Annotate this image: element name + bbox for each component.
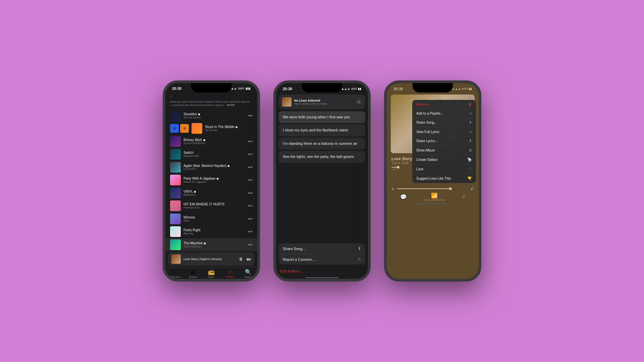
- tab-radio[interactable]: 📻 Radio: [202, 269, 221, 278]
- song-more-hit[interactable]: •••: [248, 203, 253, 208]
- song-thumb-sensitive: [170, 110, 181, 121]
- song-more-winona[interactable]: •••: [248, 216, 253, 222]
- song-thumb-again: [170, 162, 181, 173]
- lyric-line-3[interactable]: I'm standing there on a balcony in summe…: [279, 138, 365, 149]
- lyric-line-2[interactable]: I close my eyes and the flashback starts: [279, 124, 365, 136]
- share-song-icon-3: ⬆: [469, 120, 472, 125]
- share-song-action[interactable]: Share Song... ⬆: [279, 243, 365, 254]
- song-more-britney[interactable]: •••: [248, 139, 253, 144]
- volume-thumb: [449, 187, 452, 190]
- radio-icon: 📻: [208, 269, 215, 275]
- view-lyrics-icon: ≡: [470, 130, 472, 134]
- status-time-3: 20:30: [393, 87, 403, 91]
- song-row-machine[interactable]: The Machine ■ Oliver Malcolm •••: [165, 238, 257, 251]
- phone-lyrics: 20:30 ▲▲▲ WiFi ▮▮ No Lines Selected Tap …: [273, 80, 371, 282]
- song-more-feels[interactable]: •••: [248, 229, 253, 234]
- song-more-party[interactable]: •••: [248, 177, 253, 183]
- status-time-2: 20:30: [283, 87, 292, 91]
- context-view-lyrics[interactable]: View Full Lyrics ≡: [412, 127, 476, 136]
- notch: [191, 83, 231, 93]
- progress-thumb: [397, 166, 399, 169]
- airplay-button[interactable]: 📶 Filipe's AirPods Max: [424, 192, 445, 201]
- context-show-album[interactable]: Show Album ⊞: [412, 146, 476, 155]
- volume-bar-container: 🔈 🔊: [387, 186, 479, 191]
- tab-browse[interactable]: ⊞ Browse: [184, 269, 202, 278]
- list-icon-blue[interactable]: ≡: [170, 124, 179, 133]
- home-indicator-2: [305, 277, 339, 278]
- bottom-controls: 💬 📶 Filipe's AirPods Max ≡: [387, 191, 479, 202]
- song-row-sensitive[interactable]: Sensitive ■ Serena Isioma •••: [165, 109, 257, 122]
- lyrics-actions: Share Song... ⬆ Report a Concern... ⚠: [279, 243, 365, 264]
- volume-track[interactable]: [397, 188, 468, 189]
- show-album-icon: ⊞: [469, 148, 472, 153]
- lyrics-button[interactable]: 💬: [400, 194, 407, 200]
- mini-player[interactable]: Love Story (Taylor's Version) ⏸ ⏭: [168, 252, 255, 266]
- lyrics-header-thumb: [282, 97, 291, 107]
- context-add-playlist[interactable]: Add to a Playlist... ≡: [412, 109, 476, 118]
- song-thumb-switch: [170, 149, 181, 160]
- queue-icons: ≡ ≡: [170, 124, 189, 133]
- library-header: ‹ Have you ever scanned your Shazam hist…: [165, 93, 257, 109]
- mini-pause-button[interactable]: ⏸: [238, 256, 243, 262]
- edit-actions-button[interactable]: Edit Actions...: [276, 266, 368, 276]
- context-create-station[interactable]: Create Station 📡: [412, 155, 476, 165]
- song-thumb-stuck: [192, 123, 202, 134]
- library-description: Have you ever scanned your Shazam histor…: [170, 100, 253, 107]
- tab-bar: ▷ Listen Now ⊞ Browse 📻 Radio ♪ Library …: [165, 267, 257, 279]
- queue-button[interactable]: ≡: [462, 194, 465, 200]
- song-row-switch[interactable]: Switch Masked Wolf •••: [165, 148, 257, 161]
- report-action[interactable]: Report a Concern... ⚠: [279, 254, 365, 264]
- library-back-button[interactable]: ‹: [170, 94, 253, 99]
- tab-listen-now[interactable]: ▷ Listen Now: [165, 269, 184, 278]
- tab-search[interactable]: 🔍 Search: [239, 269, 257, 278]
- song-row-vinyl[interactable]: VINYL ■ BERWYN •••: [165, 187, 257, 199]
- context-share-song[interactable]: Share Song... ⬆: [412, 118, 476, 127]
- status-icons-3: ▲▲▲ WiFi ▮▮: [452, 87, 472, 90]
- tab-library[interactable]: ♪ Library: [220, 269, 239, 278]
- lyrics-button-icon: 💬: [400, 194, 407, 200]
- lyric-line-1[interactable]: We were both young when I first saw you: [279, 111, 365, 123]
- lyrics-no-lines-title: No Lines Selected: [294, 99, 353, 102]
- lyrics-lines: We were both young when I first saw you …: [276, 111, 368, 241]
- song-more-sensitive[interactable]: •••: [248, 113, 253, 118]
- mini-next-button[interactable]: ⏭: [247, 256, 251, 262]
- context-share-lyrics[interactable]: Share Lyrics... ⬆: [412, 136, 476, 146]
- song-row-britney[interactable]: Britney Bitch ■ BLACKSTARKIDS •••: [165, 135, 257, 148]
- song-row-winona[interactable]: Winona Miloe •••: [165, 213, 257, 225]
- song-more-again[interactable]: •••: [248, 165, 253, 170]
- listen-now-icon: ▷: [172, 269, 176, 275]
- more-button[interactable]: MORE: [227, 104, 235, 107]
- song-row-feels[interactable]: Feels Right Biig Piig •••: [165, 225, 257, 238]
- remove-icon: 🗑: [468, 102, 472, 106]
- song-row-party[interactable]: Party With A Jagaban ■ Midas the Jagaban…: [165, 174, 257, 186]
- love-icon: ♡: [469, 167, 472, 171]
- status-time-1: 20:30: [172, 86, 181, 90]
- lyric-line-4[interactable]: See the lights, see the party, the ball …: [279, 151, 365, 163]
- song-thumb-machine: [170, 239, 181, 250]
- song-row-stuck[interactable]: ≡ ≡ Stuck In The Middle ■ Tai Verdes: [165, 122, 257, 135]
- browse-icon: ⊞: [191, 269, 195, 275]
- mini-player-title: Love Story (Taylor's Version): [183, 257, 236, 261]
- song-info-sensitive: Sensitive ■ Serena Isioma: [183, 112, 245, 119]
- share-lyrics-icon: ⬆: [469, 139, 472, 143]
- context-menu: Remove... 🗑 Add to a Playlist... ≡ Share…: [412, 100, 476, 183]
- mini-player-thumb: [171, 254, 181, 264]
- volume-low-icon: 🔈: [391, 187, 395, 190]
- lyrics-header: No Lines Selected Tap to select a line t…: [279, 95, 365, 109]
- context-suggest-less[interactable]: Suggest Less Like This 👎: [412, 174, 476, 183]
- search-icon: 🔍: [245, 269, 252, 275]
- song-more-switch[interactable]: •••: [248, 152, 253, 157]
- list-icon-orange[interactable]: ≡: [180, 124, 189, 133]
- lyrics-close-button[interactable]: ✕: [356, 99, 362, 105]
- context-remove[interactable]: Remove... 🗑: [412, 100, 476, 109]
- lyrics-tap-hint: Tap to select a line to share: [294, 102, 353, 105]
- song-row-again[interactable]: Again (feat. Bankrol Hayden) ■ LB SPIFFY…: [165, 161, 257, 174]
- library-icon: ♪: [228, 269, 231, 275]
- song-row-hit[interactable]: HIT EM WHERE IT HURTS PawPaw Rod •••: [165, 199, 257, 212]
- phone-now-playing: 20:30 ▲▲▲ WiFi ▮▮ R: [384, 80, 481, 282]
- time-elapsed: 0:03: [391, 168, 396, 171]
- context-love[interactable]: Love ♡: [412, 165, 476, 174]
- song-thumb-britney: [170, 136, 181, 147]
- song-more-vinyl[interactable]: •••: [248, 190, 253, 196]
- song-more-machine[interactable]: •••: [248, 242, 253, 247]
